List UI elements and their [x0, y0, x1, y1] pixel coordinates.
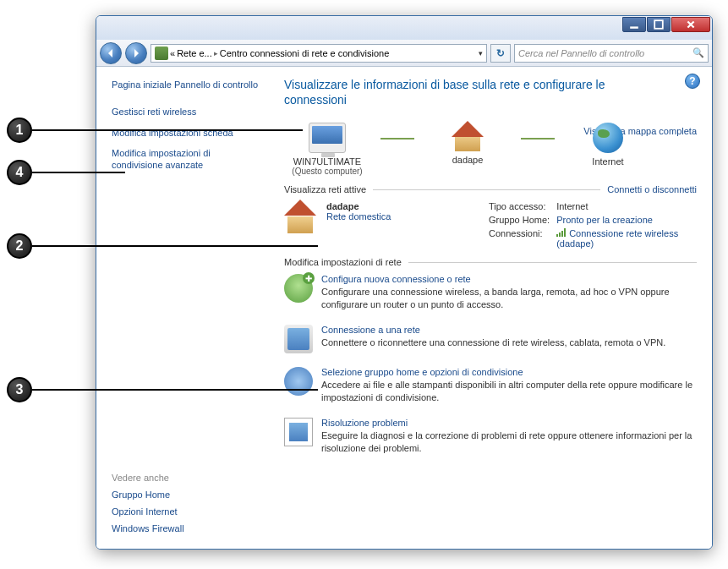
breadcrumb-lvl1[interactable]: Rete e... — [177, 48, 212, 58]
breadcrumb[interactable]: « Rete e... ▸ Centro connessioni di rete… — [151, 44, 487, 63]
control-panel-home-link[interactable]: Pagina iniziale Pannello di controllo — [112, 79, 260, 90]
homegroup-link[interactable]: Pronto per la creazione — [556, 215, 697, 225]
sidebar-task-sharing[interactable]: Modifica impostazioni di condivisione av… — [112, 147, 260, 172]
connect-disconnect-link[interactable]: Connetti o disconnetti — [607, 184, 697, 194]
computer-icon — [309, 123, 346, 153]
svg-rect-1 — [654, 20, 663, 29]
see-also-firewall[interactable]: Windows Firewall — [112, 523, 260, 533]
connect-network-icon — [284, 325, 313, 353]
connections-label: Connessioni: — [489, 228, 550, 249]
task-connect-network[interactable]: Connessione a una rete Connettere o rico… — [284, 325, 697, 353]
maximize-button[interactable] — [647, 17, 671, 32]
task-title[interactable]: Selezione gruppo home e opzioni di condi… — [321, 367, 697, 377]
wifi-signal-icon — [556, 228, 567, 237]
titlebar — [96, 16, 712, 40]
search-input[interactable]: Cerca nel Pannello di controllo 🔍 — [514, 44, 709, 63]
callout-badge-1: 1 — [7, 118, 32, 143]
task-description: Eseguire la diagnosi e la correzione di … — [321, 429, 697, 455]
map-connection-line — [380, 138, 414, 140]
task-title[interactable]: Connessione a una rete — [321, 325, 665, 335]
callout-badge-2: 2 — [7, 233, 32, 259]
task-title[interactable]: Risoluzione problemi — [321, 418, 697, 428]
map-node-gateway[interactable]: dadape — [424, 123, 511, 165]
sidebar-task-wireless[interactable]: Gestisci reti wireless — [112, 106, 260, 118]
refresh-button[interactable]: ↻ — [490, 44, 511, 63]
navbar: « Rete e... ▸ Centro connessioni di rete… — [96, 40, 712, 67]
task-description: Accedere ai file e alle stampanti dispon… — [321, 379, 697, 404]
see-also-homegroup[interactable]: Gruppo Home — [112, 490, 260, 500]
see-also-header: Vedere anche — [112, 473, 260, 483]
chevron-right-icon: ▸ — [214, 49, 218, 57]
map-net-name: Internet — [565, 156, 651, 167]
task-homegroup-sharing[interactable]: Selezione gruppo home e opzioni di condi… — [284, 367, 697, 404]
svg-rect-0 — [630, 26, 638, 28]
task-troubleshoot[interactable]: Risoluzione problemi Eseguire la diagnos… — [284, 418, 697, 455]
control-panel-icon — [155, 47, 168, 60]
map-pc-name: WIN7ULTIMATE — [284, 156, 370, 167]
active-network-name: dadape — [326, 201, 391, 211]
minimize-button[interactable] — [622, 17, 646, 32]
main-pane: ? Visualizzare le informazioni di base s… — [269, 67, 712, 549]
back-button[interactable] — [100, 42, 122, 64]
access-type-value: Internet — [556, 201, 697, 211]
troubleshoot-icon — [284, 418, 313, 446]
change-settings-header: Modifica impostazioni di rete — [284, 257, 402, 267]
homegroup-icon — [284, 367, 313, 396]
breadcrumb-lvl2[interactable]: Centro connessioni di rete e condivision… — [220, 48, 390, 58]
task-title[interactable]: Configura nuova connessione o rete — [321, 274, 697, 284]
house-icon — [284, 201, 320, 233]
see-also-internet-options[interactable]: Opzioni Internet — [112, 506, 260, 517]
network-center-window: « Rete e... ▸ Centro connessioni di rete… — [96, 15, 713, 550]
active-networks-header: Visualizza reti attive — [284, 184, 366, 194]
map-pc-sub: (Questo computer) — [284, 167, 370, 176]
callout-badge-3: 3 — [7, 377, 32, 402]
task-description: Connettere o riconnettere una connession… — [321, 336, 665, 349]
active-network-row: dadape Rete domestica Tipo accesso: Inte… — [284, 201, 697, 249]
map-gw-name: dadape — [424, 155, 511, 165]
forward-button[interactable] — [125, 42, 147, 64]
new-connection-icon — [284, 274, 313, 303]
task-description: Configurare una connessione wireless, a … — [321, 286, 697, 311]
search-placeholder: Cerca nel Pannello di controllo — [518, 48, 644, 58]
task-new-connection[interactable]: Configura nuova connessione o rete Confi… — [284, 274, 697, 311]
sidebar: Pagina iniziale Pannello di controllo Ge… — [96, 67, 269, 549]
globe-icon — [593, 123, 623, 153]
help-icon[interactable]: ? — [685, 74, 700, 89]
page-title: Visualizzare le informazioni di base sul… — [284, 77, 622, 107]
connections-link[interactable]: Connessione rete wireless (dadape) — [556, 228, 697, 249]
search-icon: 🔍 — [692, 47, 704, 58]
sidebar-task-adapter[interactable]: Modifica impostazioni scheda — [112, 127, 260, 139]
breadcrumb-prefix: « — [170, 48, 175, 58]
map-connection-line — [521, 138, 555, 140]
homegroup-label: Gruppo Home: — [489, 215, 550, 225]
house-icon — [452, 123, 484, 151]
callout-badge-4: 4 — [7, 160, 32, 185]
close-button[interactable] — [671, 17, 710, 32]
access-type-label: Tipo accesso: — [489, 201, 550, 211]
breadcrumb-dropdown[interactable]: ▾ — [479, 49, 483, 57]
active-network-type-link[interactable]: Rete domestica — [326, 211, 391, 222]
